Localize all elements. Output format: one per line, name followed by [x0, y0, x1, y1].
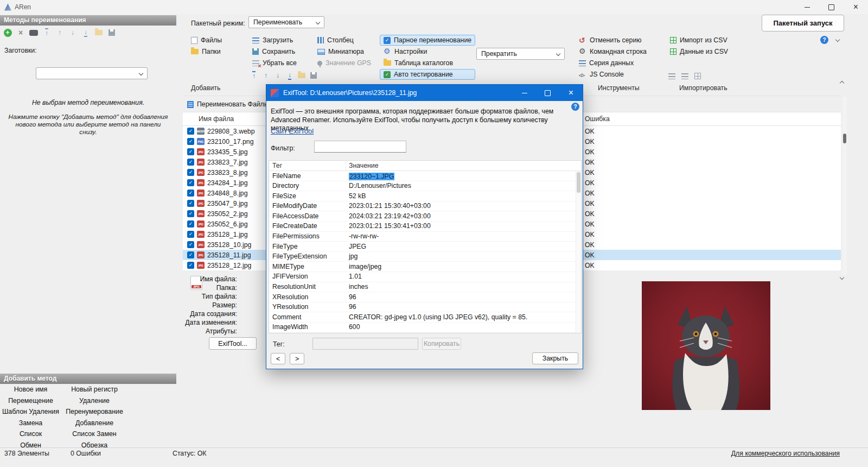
- method-item[interactable]: Обмен: [0, 441, 61, 447]
- pair-rename-toggle[interactable]: Парное переименование: [380, 35, 475, 46]
- settings-button[interactable]: Настройки: [380, 46, 475, 57]
- dialog-close-icon[interactable]: [559, 85, 583, 101]
- file-list-scrollbar[interactable]: [843, 97, 847, 275]
- folders-button[interactable]: Папки: [187, 46, 226, 57]
- batch-mode-dropdown[interactable]: Переименовать: [248, 16, 324, 28]
- data-series-button[interactable]: Серия данных: [575, 58, 650, 68]
- exif-row[interactable]: XResolution 96: [269, 292, 581, 302]
- checkbox-checked-icon[interactable]: [187, 138, 194, 145]
- dialog-maximize-button[interactable]: [536, 85, 559, 101]
- copy-button[interactable]: Копировать: [422, 338, 461, 350]
- exif-row[interactable]: FileModifyDate 2023:01:21 15:30:40+03:00: [269, 201, 581, 212]
- scroll-up-icon[interactable]: [840, 81, 844, 85]
- method-item[interactable]: Новый регистр: [61, 386, 127, 393]
- exif-table-scrollbar-thumb[interactable]: [577, 172, 580, 193]
- exif-table-scrollbar[interactable]: [576, 171, 581, 333]
- exif-row[interactable]: FileTypeExtension jpg: [269, 252, 581, 262]
- checkbox-checked-icon[interactable]: [187, 169, 194, 176]
- method-item[interactable]: Перенумерование: [61, 408, 127, 415]
- method-move-down-button[interactable]: ↓: [67, 27, 78, 38]
- method-item[interactable]: Список: [0, 430, 61, 438]
- dialog-minimize-button[interactable]: [513, 85, 536, 101]
- thumbnail-button[interactable]: Миниатюра: [314, 46, 375, 57]
- clear-all-button[interactable]: Убрать все: [248, 58, 319, 68]
- files-button[interactable]: Файлы: [187, 35, 226, 46]
- close-button[interactable]: [844, 0, 868, 14]
- checkbox-checked-icon[interactable]: [187, 179, 194, 186]
- commercial-license-link[interactable]: Для коммерческого использования: [731, 450, 840, 457]
- method-item[interactable]: Добавление: [61, 419, 127, 427]
- add-method-icon-button[interactable]: [2, 27, 13, 38]
- method-item[interactable]: Шаблон Удаления: [0, 408, 61, 415]
- checkbox-checked-icon[interactable]: [187, 231, 194, 238]
- move-to-top-button[interactable]: ↑: [248, 70, 259, 81]
- exiftool-button[interactable]: ExifTool...: [209, 337, 257, 350]
- import-list-button[interactable]: [666, 71, 677, 81]
- method-options-button[interactable]: [28, 27, 39, 38]
- move-down-button[interactable]: ↓: [272, 70, 283, 81]
- filename-column-header[interactable]: Имя файла: [183, 115, 234, 123]
- checkbox-checked-icon[interactable]: [187, 190, 194, 197]
- checkbox-checked-icon[interactable]: [187, 251, 194, 258]
- undo-batch-button[interactable]: Отменить серию: [575, 35, 650, 46]
- maximize-button[interactable]: [819, 0, 844, 14]
- move-to-bottom-button[interactable]: ↓: [284, 70, 295, 81]
- exif-row[interactable]: ImageWidth 600: [269, 323, 581, 333]
- import-list2-button[interactable]: [679, 71, 690, 81]
- load-list-button[interactable]: Загрузить: [248, 35, 319, 46]
- checkbox-checked-icon[interactable]: [187, 159, 194, 166]
- method-move-top-button[interactable]: ↑: [41, 27, 52, 38]
- file-list-scrollbar-thumb[interactable]: [843, 134, 846, 143]
- move-up-button[interactable]: ↑: [260, 70, 271, 81]
- scroll-down-icon[interactable]: [840, 275, 844, 280]
- method-item[interactable]: Обрезка: [61, 441, 127, 447]
- import-csv-button[interactable]: Импорт из CSV: [666, 35, 732, 46]
- exiftool-website-link[interactable]: Сайт ExifTool: [271, 127, 314, 135]
- data-from-csv-button[interactable]: Данные из CSV: [666, 46, 732, 57]
- value-column-header[interactable]: Значение: [349, 162, 379, 169]
- collapse-ribbon-icon[interactable]: [835, 37, 840, 42]
- presets-dropdown[interactable]: [36, 67, 148, 79]
- exif-row[interactable]: YResolution 96: [269, 302, 581, 313]
- checkbox-checked-icon[interactable]: [187, 210, 194, 217]
- column-button[interactable]: Столбец: [314, 35, 375, 46]
- exif-row[interactable]: FileAccessDate 2024:03:21 23:19:42+03:00: [269, 211, 581, 222]
- close-dialog-button[interactable]: Закрыть: [532, 352, 578, 364]
- exif-row[interactable]: Directory D:/Lenouser/Pictures: [269, 181, 581, 192]
- exif-row[interactable]: FileCreateDate 2023:01:21 15:30:41+03:00: [269, 222, 581, 232]
- help-icon[interactable]: [820, 36, 828, 44]
- filter-input[interactable]: [314, 141, 406, 153]
- checkbox-checked-icon[interactable]: [187, 200, 194, 207]
- minimize-button[interactable]: [795, 0, 819, 14]
- auto-test-toggle[interactable]: Авто тестирование: [380, 69, 475, 80]
- checkbox-checked-icon[interactable]: [187, 220, 194, 228]
- method-save-button[interactable]: [106, 27, 117, 38]
- save-sort-button[interactable]: [308, 70, 319, 81]
- method-item[interactable]: Удаление: [61, 397, 127, 405]
- checkbox-checked-icon[interactable]: [187, 128, 194, 135]
- exif-row[interactable]: ResolutionUnit inches: [269, 282, 581, 293]
- tag-column-header[interactable]: Тег: [272, 162, 282, 169]
- method-move-up-button[interactable]: ↑: [54, 27, 65, 38]
- method-item[interactable]: Перемещение: [0, 397, 61, 405]
- method-item[interactable]: Новое имя: [0, 386, 61, 393]
- js-console-button[interactable]: JS Console: [575, 69, 650, 80]
- method-item[interactable]: Замена: [0, 419, 61, 427]
- remove-method-button[interactable]: [15, 27, 26, 38]
- exiftool-dialog-titlebar[interactable]: ExifTool: D:\Lenouser\Pictures\235128_11…: [266, 85, 583, 101]
- exif-row[interactable]: FileType JPEG: [269, 242, 581, 252]
- next-tag-button[interactable]: >: [290, 353, 304, 364]
- method-load-button[interactable]: [93, 27, 104, 38]
- exif-row[interactable]: Comment CREATOR: gd-jpeg v1.0 (using IJG…: [269, 312, 581, 323]
- prev-tag-button[interactable]: <: [271, 353, 285, 364]
- stop-dropdown[interactable]: Прекратить: [476, 48, 565, 60]
- method-item[interactable]: Список Замен: [61, 430, 127, 438]
- gps-value-button[interactable]: Значение GPS: [314, 58, 375, 68]
- exif-row[interactable]: FilePermissions -rw-rw-rw-: [269, 232, 581, 242]
- checkbox-checked-icon[interactable]: [187, 262, 194, 269]
- save-list-button[interactable]: Сохранить: [248, 46, 319, 57]
- rename-files-tab[interactable]: Переименовать Файлы: [187, 100, 269, 108]
- exif-row[interactable]: FileSize 52 kB: [269, 191, 581, 201]
- batch-run-button[interactable]: Пакетный запуск: [762, 15, 844, 31]
- exif-row[interactable]: JFIFVersion 1.01: [269, 272, 581, 282]
